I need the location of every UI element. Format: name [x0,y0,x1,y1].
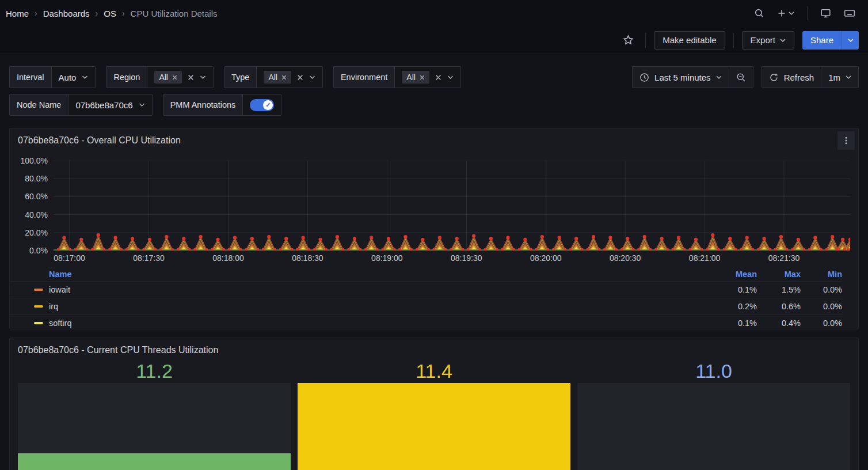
close-icon[interactable] [281,75,287,80]
time-range-label: Last 5 minutes [654,73,711,82]
region-chip-all[interactable]: All [154,71,182,84]
node-name-value: 07b6be8a70c6 [75,100,132,110]
x-tick-label: 08:17:30 [133,253,165,263]
pmm-annotations-toggle-wrap: ✓ [243,94,281,115]
clear-selection-icon[interactable] [297,74,303,81]
series-max: 0.6% [757,298,801,314]
chip-label: All [406,73,416,82]
dashboard-toolbar: Make editable Export Share [0,26,868,54]
x-tick-label: 08:20:00 [530,253,562,263]
clear-selection-icon[interactable] [188,74,194,81]
type-chip-all[interactable]: All [264,71,291,84]
gauge-fill [18,453,291,470]
type-label: Type [224,67,257,88]
filter-row-2: Node Name 07b6be8a70c6 PMM Annotations ✓ [9,94,859,116]
breadcrumb-home[interactable]: Home [6,9,29,18]
region-select[interactable]: All [147,67,213,88]
kiosk-mode-button[interactable] [817,5,835,22]
keyboard-shortcuts-button[interactable] [840,5,859,22]
series-max: 1.5% [757,281,801,298]
time-range-button[interactable]: Last 5 minutes [633,67,729,88]
y-tick-label: 80.0% [25,174,48,183]
cpu-thread-gauge-3: 11.0 [577,359,850,470]
refresh-interval-button[interactable]: 1m [821,67,858,88]
legend-col-name[interactable]: Name [10,268,713,281]
series-color-swatch [34,322,43,324]
add-new-button[interactable] [774,5,798,21]
chip-label: All [268,73,277,82]
plot-area[interactable] [54,161,850,251]
kebab-menu-icon [842,136,851,145]
time-range-picker: Last 5 minutes [632,66,753,88]
gauge-bar [298,383,570,470]
zoom-out-icon [736,73,746,82]
refresh-button[interactable]: Refresh [762,67,821,88]
chevron-down-icon [789,11,794,16]
clear-selection-icon[interactable] [435,74,441,81]
breadcrumb-separator: › [122,9,125,18]
x-tick-label: 08:17:00 [54,253,85,263]
x-axis: 08:17:0008:17:3008:18:0008:18:3008:19:00… [54,251,850,266]
environment-variable: Environment All [333,66,461,88]
environment-chip-all[interactable]: All [402,71,429,84]
clock-icon [639,73,649,82]
panel-title[interactable]: 07b6be8a70c6 - Overall CPU Utilization [18,135,181,146]
overall-cpu-utilization-panel: 07b6be8a70c6 - Overall CPU Utilization 0… [9,128,859,329]
top-nav: Home › Dashboards › OS › CPU Utilization… [0,0,868,26]
gauge-value: 11.4 [298,359,570,383]
interval-value: Auto [59,73,77,82]
export-label: Export [751,35,775,45]
breadcrumb-separator: › [35,9,37,18]
refresh-icon [769,73,779,82]
node-name-select[interactable]: 07b6be8a70c6 [68,94,151,115]
legend-series-iowait[interactable]: iowait [10,281,713,298]
panel-title[interactable]: 07b6be8a70c6 - Current CPU Threads Utili… [18,345,218,355]
export-button[interactable]: Export [742,31,794,50]
share-options-button[interactable] [842,31,859,50]
legend-series-softirq[interactable]: softirq [10,314,713,329]
toggle-check-icon: ✓ [263,100,273,110]
divider [807,6,808,20]
legend-col-max[interactable]: Max [757,268,801,281]
divider [733,33,734,48]
divider [645,33,646,48]
type-select[interactable]: All [257,67,322,88]
refresh-picker: Refresh 1m [762,66,859,88]
close-icon[interactable] [420,75,425,80]
share-button[interactable]: Share [802,31,842,50]
breadcrumb: Home › Dashboards › OS › CPU Utilization… [6,9,218,18]
legend-col-mean[interactable]: Mean [713,268,757,281]
y-axis: 0.0%20.0%40.0%60.0%80.0%100.0% [10,161,54,251]
close-icon[interactable] [172,75,177,80]
series-color-swatch [34,289,43,291]
environment-select[interactable]: All [395,67,460,88]
zoom-out-time-button[interactable] [729,67,753,88]
share-split-button: Share [802,31,859,50]
refresh-label: Refresh [784,73,814,82]
chevron-down-icon [200,75,206,79]
interval-select[interactable]: Auto [52,67,96,88]
plus-icon [777,9,786,18]
series-color-swatch [34,305,43,308]
environment-label: Environment [334,67,395,88]
favorite-star-button[interactable] [619,31,637,49]
legend-series-irq[interactable]: irq [10,298,713,314]
pmm-annotations-toggle[interactable]: ✓ [250,99,274,111]
x-tick-label: 08:19:30 [451,253,482,263]
x-tick-label: 08:20:30 [610,253,641,263]
make-editable-button[interactable]: Make editable [654,31,725,50]
breadcrumb-dashboards[interactable]: Dashboards [43,9,90,18]
legend-col-min[interactable]: Min [801,268,842,281]
chevron-down-icon [82,75,88,79]
series-min: 0.0% [801,314,842,329]
region-label: Region [106,67,147,88]
pmm-annotations-control: PMM Annotations ✓ [163,94,282,116]
search-button[interactable] [751,5,768,22]
panel-menu-button[interactable] [837,131,855,150]
breadcrumb-os[interactable]: OS [104,9,116,18]
series-mean: 0.2% [713,298,757,314]
search-icon [754,8,764,18]
x-tick-label: 08:21:30 [768,253,800,263]
panel-header: 07b6be8a70c6 - Overall CPU Utilization [10,128,858,148]
chevron-down-icon [846,75,851,79]
